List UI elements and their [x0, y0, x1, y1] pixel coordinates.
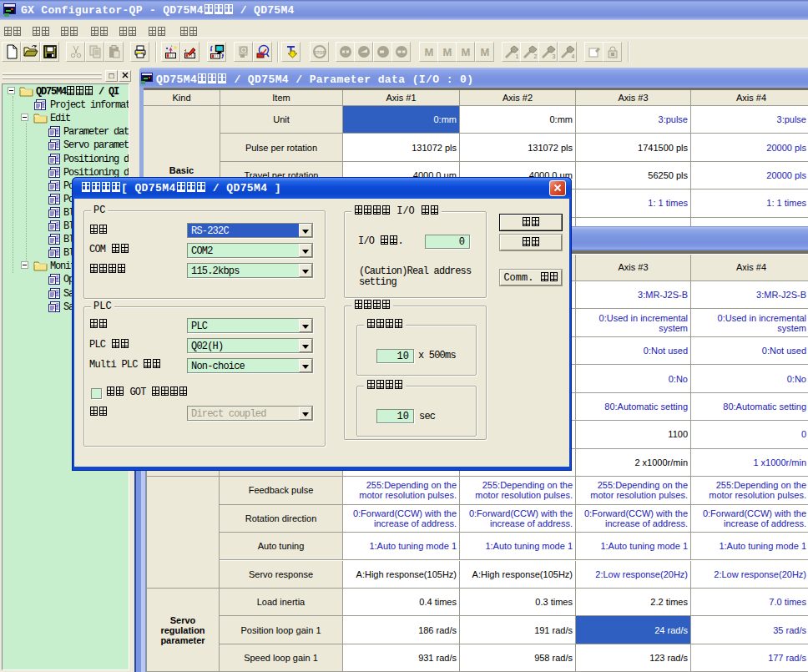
svg-text:2: 2: [534, 53, 538, 59]
svg-text:M: M: [425, 46, 434, 58]
svg-text:M: M: [443, 46, 452, 58]
svg-text:M: M: [481, 46, 490, 58]
svg-text:1: 1: [516, 53, 519, 59]
svg-text:STOP: STOP: [314, 50, 326, 55]
svg-text:3: 3: [553, 53, 556, 59]
svg-text:M: M: [462, 46, 471, 58]
svg-text:4: 4: [572, 53, 575, 59]
